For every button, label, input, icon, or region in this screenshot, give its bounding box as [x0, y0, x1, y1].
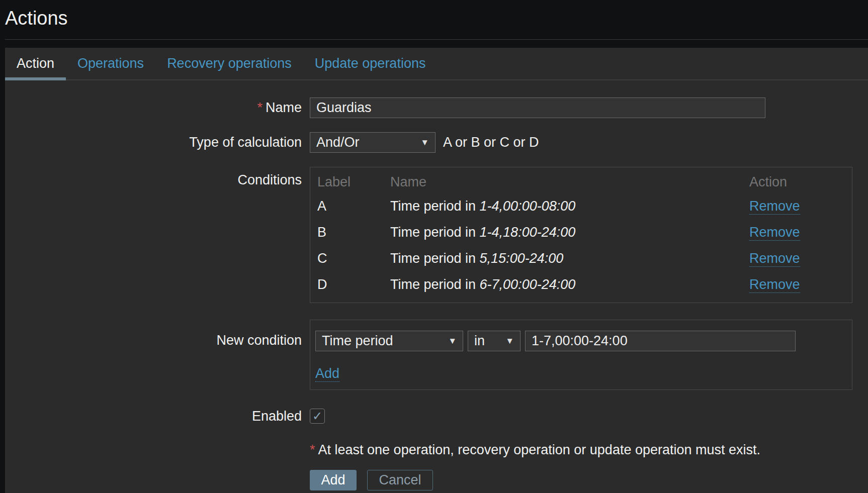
- conditions-row: Conditions Label Name Action A Time peri…: [5, 167, 868, 303]
- conditions-label: Conditions: [5, 167, 302, 189]
- new-condition-box: Time period ▼ in ▼ Add: [310, 320, 852, 390]
- conditions-col-name: Name: [390, 170, 749, 193]
- calculation-selected-value: And/Or: [316, 135, 360, 150]
- tab-update-operations[interactable]: Update operations: [303, 48, 438, 79]
- condition-operator-selected-value: in: [474, 333, 485, 349]
- chevron-down-icon: ▼: [448, 336, 457, 346]
- calculation-label: Type of calculation: [5, 132, 302, 153]
- chevron-down-icon: ▼: [420, 138, 429, 148]
- add-button[interactable]: Add: [310, 470, 357, 490]
- condition-value-input[interactable]: [525, 331, 796, 351]
- remove-condition-link[interactable]: Remove: [749, 251, 800, 267]
- condition-operator-select[interactable]: in ▼: [468, 331, 520, 351]
- buttons-row: Add Cancel: [5, 470, 868, 490]
- add-condition-link[interactable]: Add: [315, 366, 339, 382]
- required-operations-note: *At least one operation, recovery operat…: [310, 442, 760, 458]
- conditions-col-action: Action: [749, 170, 845, 193]
- condition-name: Time period in 5,15:00-24:00: [390, 245, 749, 271]
- enabled-checkbox[interactable]: ✓: [310, 409, 325, 424]
- conditions-box: Label Name Action A Time period in 1-4,0…: [310, 167, 852, 303]
- new-condition-label: New condition: [5, 320, 302, 351]
- tabbar: Action Operations Recovery operations Up…: [5, 48, 868, 80]
- calculation-select[interactable]: And/Or ▼: [310, 132, 436, 153]
- action-form-panel: Action Operations Recovery operations Up…: [5, 48, 868, 493]
- condition-name: Time period in 1-4,18:00-24:00: [390, 219, 749, 245]
- page-header: Actions: [0, 0, 868, 29]
- condition-type-select[interactable]: Time period ▼: [315, 331, 463, 351]
- condition-label: D: [317, 271, 390, 298]
- action-form: *Name Type of calculation And/Or ▼ A or …: [5, 80, 868, 490]
- cancel-button[interactable]: Cancel: [367, 470, 433, 490]
- tab-recovery-operations[interactable]: Recovery operations: [155, 48, 303, 79]
- header-divider: [5, 39, 868, 40]
- condition-row-b: B Time period in 1-4,18:00-24:00 Remove: [317, 219, 845, 245]
- condition-row-a: A Time period in 1-4,00:00-08:00 Remove: [317, 193, 845, 219]
- enabled-row: Enabled ✓: [5, 409, 868, 424]
- condition-label: A: [317, 193, 390, 219]
- calculation-row: Type of calculation And/Or ▼ A or B or C…: [5, 132, 868, 153]
- condition-label: C: [317, 245, 390, 271]
- remove-condition-link[interactable]: Remove: [749, 199, 800, 215]
- new-condition-row: New condition Time period ▼ in ▼ Add: [5, 320, 868, 390]
- conditions-table: Label Name Action A Time period in 1-4,0…: [317, 170, 845, 298]
- condition-row-d: D Time period in 6-7,00:00-24:00 Remove: [317, 271, 845, 298]
- condition-name: Time period in 1-4,00:00-08:00: [390, 193, 749, 219]
- condition-row-c: C Time period in 5,15:00-24:00 Remove: [317, 245, 845, 271]
- calculation-formula: A or B or C or D: [443, 132, 539, 153]
- required-asterisk: *: [257, 100, 263, 115]
- tab-operations[interactable]: Operations: [66, 48, 155, 79]
- name-row: *Name: [5, 97, 868, 118]
- chevron-down-icon: ▼: [505, 336, 514, 346]
- name-input[interactable]: [310, 97, 765, 118]
- remove-condition-link[interactable]: Remove: [749, 277, 800, 293]
- page-title: Actions: [5, 7, 868, 29]
- enabled-label: Enabled: [5, 409, 302, 424]
- name-label: *Name: [5, 97, 302, 118]
- required-asterisk: *: [310, 442, 315, 457]
- checkmark-icon: ✓: [312, 410, 322, 422]
- remove-condition-link[interactable]: Remove: [749, 225, 800, 241]
- tab-action[interactable]: Action: [5, 48, 66, 79]
- conditions-col-label: Label: [317, 170, 390, 193]
- footnote-row: *At least one operation, recovery operat…: [5, 442, 868, 458]
- condition-label: B: [317, 219, 390, 245]
- condition-type-selected-value: Time period: [322, 333, 393, 349]
- condition-name: Time period in 6-7,00:00-24:00: [390, 271, 749, 298]
